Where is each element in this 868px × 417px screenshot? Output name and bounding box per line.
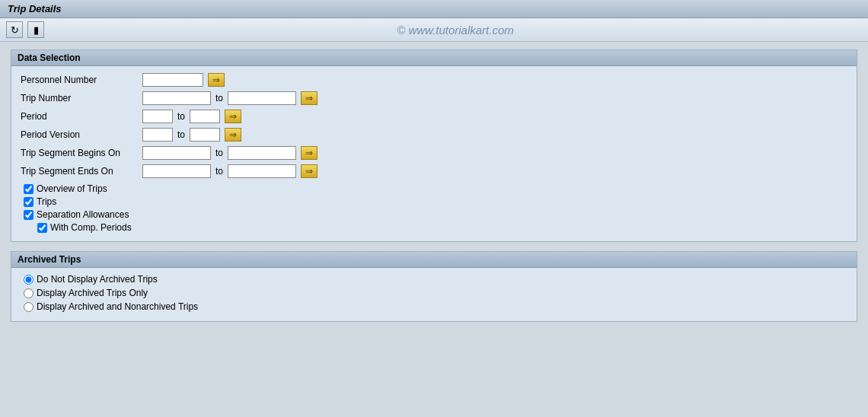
display-archived-and-nonarchived-radio[interactable] bbox=[24, 302, 34, 312]
do-not-display-archived-label[interactable]: Do Not Display Archived Trips bbox=[37, 274, 158, 285]
trips-row: Trips bbox=[21, 196, 847, 207]
period-version-to-input[interactable] bbox=[190, 128, 220, 142]
archived-trips-body: Do Not Display Archived Trips Display Ar… bbox=[11, 268, 857, 321]
period-version-row: Period Version to ⇒ bbox=[21, 127, 847, 142]
trip-segment-ends-label: Trip Segment Ends On bbox=[21, 166, 142, 177]
separation-allowances-row: Separation Allowances bbox=[21, 209, 847, 220]
display-archived-only-row: Display Archived Trips Only bbox=[21, 288, 847, 298]
trip-number-label: Trip Number bbox=[21, 93, 142, 103]
period-version-label: Period Version bbox=[21, 129, 142, 140]
with-comp-periods-label[interactable]: With Comp. Periods bbox=[50, 222, 132, 233]
trip-segment-begins-label: Trip Segment Begins On bbox=[21, 148, 142, 158]
trip-segment-ends-to-input[interactable] bbox=[228, 164, 296, 178]
period-to-input[interactable] bbox=[190, 110, 220, 123]
trip-segment-ends-arrow[interactable]: ⇒ bbox=[301, 164, 318, 178]
title-bar: Trip Details bbox=[0, 0, 868, 18]
info-button[interactable]: ▮ bbox=[27, 21, 44, 38]
overview-of-trips-checkbox[interactable] bbox=[24, 184, 34, 194]
data-selection-section: Data Selection Personnel Number ⇒ Trip N… bbox=[11, 49, 857, 242]
separation-allowances-checkbox[interactable] bbox=[24, 210, 34, 220]
do-not-display-archived-radio[interactable] bbox=[24, 275, 34, 285]
trip-segment-begins-to-input[interactable] bbox=[228, 146, 296, 160]
watermark: © www.tutorialkart.com bbox=[49, 24, 862, 37]
period-version-from-input[interactable] bbox=[142, 128, 173, 142]
display-archived-and-nonarchived-label[interactable]: Display Archived and Nonarchived Trips bbox=[37, 301, 198, 312]
page-title: Trip Details bbox=[8, 3, 62, 14]
period-to-label: to bbox=[177, 111, 185, 122]
separation-allowances-label[interactable]: Separation Allowances bbox=[37, 209, 129, 220]
trips-label[interactable]: Trips bbox=[37, 196, 56, 207]
display-archived-and-nonarchived-row: Display Archived and Nonarchived Trips bbox=[21, 301, 847, 312]
personnel-number-input[interactable] bbox=[142, 73, 203, 87]
trip-segment-ends-from-input[interactable] bbox=[142, 164, 211, 178]
trip-segment-ends-row: Trip Segment Ends On to ⇒ bbox=[21, 164, 847, 179]
trip-number-arrow[interactable]: ⇒ bbox=[301, 91, 318, 105]
trip-segment-ends-to-label: to bbox=[215, 166, 223, 177]
trip-number-to-label: to bbox=[215, 93, 223, 103]
display-archived-only-radio[interactable] bbox=[24, 288, 34, 298]
personnel-number-arrow[interactable]: ⇒ bbox=[208, 73, 225, 87]
data-selection-body: Personnel Number ⇒ Trip Number to ⇒ Peri… bbox=[11, 66, 857, 241]
trips-checkbox[interactable] bbox=[24, 197, 34, 207]
archived-trips-section: Archived Trips Do Not Display Archived T… bbox=[11, 251, 857, 322]
display-archived-only-label[interactable]: Display Archived Trips Only bbox=[37, 288, 148, 298]
period-label: Period bbox=[21, 111, 142, 122]
personnel-number-row: Personnel Number ⇒ bbox=[21, 72, 847, 88]
trip-number-from-input[interactable] bbox=[142, 91, 211, 105]
trip-number-row: Trip Number to ⇒ bbox=[21, 91, 847, 106]
with-comp-periods-checkbox[interactable] bbox=[37, 223, 47, 233]
period-version-to-label: to bbox=[177, 129, 185, 140]
trip-segment-begins-arrow[interactable]: ⇒ bbox=[301, 146, 318, 160]
main-content: Data Selection Personnel Number ⇒ Trip N… bbox=[0, 42, 868, 339]
overview-of-trips-row: Overview of Trips bbox=[21, 183, 847, 194]
data-selection-header: Data Selection bbox=[11, 50, 857, 66]
trip-segment-begins-to-label: to bbox=[215, 148, 223, 158]
period-row: Period to ⇒ bbox=[21, 109, 847, 124]
period-version-arrow[interactable]: ⇒ bbox=[225, 128, 241, 142]
back-button[interactable]: ↻ bbox=[6, 21, 23, 38]
personnel-number-label: Personnel Number bbox=[21, 75, 142, 85]
archived-trips-header: Archived Trips bbox=[11, 252, 857, 268]
trip-segment-begins-from-input[interactable] bbox=[142, 146, 211, 160]
with-comp-periods-row: With Comp. Periods bbox=[21, 222, 847, 233]
trip-number-to-input[interactable] bbox=[228, 91, 296, 105]
trip-segment-begins-row: Trip Segment Begins On to ⇒ bbox=[21, 145, 847, 161]
period-arrow[interactable]: ⇒ bbox=[225, 110, 241, 123]
toolbar: ↻ ▮ © www.tutorialkart.com bbox=[0, 18, 868, 42]
overview-of-trips-label[interactable]: Overview of Trips bbox=[37, 183, 107, 194]
do-not-display-archived-row: Do Not Display Archived Trips bbox=[21, 274, 847, 285]
period-from-input[interactable] bbox=[142, 110, 173, 123]
